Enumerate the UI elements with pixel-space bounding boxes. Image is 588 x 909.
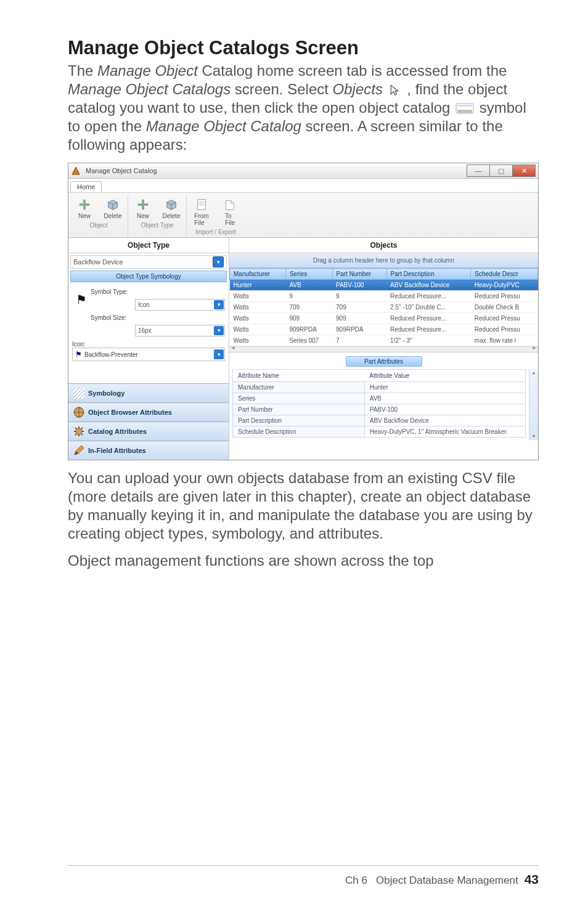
cell: Reduced Pressure...: [386, 324, 471, 335]
plus-icon: [76, 197, 92, 213]
table-row[interactable]: Hunter AVB PABV-100 ABV Backflow Device …: [230, 280, 538, 291]
tab-home[interactable]: Home: [70, 181, 102, 192]
cursor-icon: [388, 82, 402, 94]
horizontal-scrollbar[interactable]: [229, 346, 538, 352]
label: New: [78, 213, 91, 219]
label: Delete: [104, 213, 122, 219]
plus-icon: [135, 197, 151, 213]
cell: Reduced Pressu: [471, 291, 538, 302]
cell: Reduced Pressure...: [386, 291, 471, 302]
app-icon: [71, 166, 81, 176]
attr-row[interactable]: ManufacturerHunter: [233, 382, 526, 393]
footer-rule: [68, 865, 539, 866]
cell: 2.5" -10" Double C...: [386, 302, 471, 313]
label: From File: [194, 213, 208, 226]
dropdown-icon[interactable]: ▾: [214, 349, 224, 359]
grid-header-row[interactable]: Manufacturer Series Part Number Part Des…: [230, 269, 538, 280]
part-attributes-header: Part Attributes: [346, 356, 422, 367]
cell: Reduced Pressu: [471, 324, 538, 335]
new-object-button[interactable]: New: [71, 195, 98, 221]
open-catalog-icon: [455, 100, 474, 113]
col-manufacturer[interactable]: Manufacturer: [230, 269, 286, 280]
object-type-select[interactable]: Backflow Device ▾: [70, 255, 227, 269]
attr-row[interactable]: SeriesAVB: [233, 393, 526, 404]
cell: Reduced Pressu: [471, 313, 538, 324]
svg-rect-7: [198, 200, 206, 210]
import-from-file-button[interactable]: From File: [188, 195, 215, 227]
svg-rect-6: [138, 203, 149, 206]
attr-row[interactable]: Part NumberPABV-100: [233, 404, 526, 415]
nav-catalog-attributes[interactable]: Catalog Attributes: [68, 422, 229, 441]
right-panel: Objects Drag a column header here to gro…: [229, 238, 538, 460]
paragraph-3: Object management functions are shown ac…: [68, 552, 539, 570]
nav-object-browser-attributes[interactable]: Object Browser Attributes: [68, 402, 229, 422]
cell: AVB: [285, 280, 332, 291]
label: In-Field Attributes: [88, 447, 146, 454]
attr-row[interactable]: Schedule DescriptionHeavy-DutyPVC, 1" At…: [233, 426, 526, 438]
delete-object-button[interactable]: Delete: [99, 195, 126, 221]
part-attributes-table[interactable]: Attribute Name Attribute Value Manufactu…: [232, 369, 526, 438]
cell: ABV Backflow Device: [386, 280, 471, 291]
icon-select[interactable]: ⚑ Backflow-Preventer ▾: [72, 348, 225, 361]
export-to-file-button[interactable]: To File: [216, 195, 243, 227]
txt-em: Manage Object Catalogs: [68, 81, 231, 97]
col-series[interactable]: Series: [285, 269, 332, 280]
symbol-size-select[interactable]: 16px▾: [135, 325, 225, 336]
svg-rect-2: [457, 105, 472, 107]
objects-grid[interactable]: Manufacturer Series Part Number Part Des…: [229, 268, 538, 353]
txt: The: [68, 62, 97, 79]
flag-icon: ⚑: [75, 350, 82, 359]
hatch-icon: [73, 388, 84, 399]
icon-label: Icon:: [72, 341, 225, 348]
attr-name: Schedule Description: [233, 426, 365, 438]
cell: PABV-100: [332, 280, 386, 291]
cell: 1/2" - 3": [386, 335, 471, 346]
symbology-body: ⚑ Symbol Type: Icon▾ Symbol Size:: [68, 282, 229, 340]
group-hint[interactable]: Drag a column header here to group by th…: [229, 253, 538, 268]
new-object-type-button[interactable]: New: [129, 195, 157, 221]
table-row[interactable]: Watts99Reduced Pressure...Reduced Pressu: [230, 291, 538, 302]
label: Object Browser Attributes: [88, 409, 172, 416]
nav-in-field-attributes[interactable]: In-Field Attributes: [68, 441, 229, 460]
left-panel: Object Type Backflow Device ▾ Object Typ…: [68, 238, 229, 460]
footer-page: 43: [525, 872, 539, 886]
delete-object-type-button[interactable]: Delete: [158, 195, 185, 221]
cell: 909RPDA: [332, 324, 386, 335]
table-row[interactable]: Watts7097092.5" -10" Double C...Double C…: [230, 302, 538, 313]
txt-em: Manage Object Catalog: [146, 118, 301, 134]
icon-block: Icon: ⚑ Backflow-Preventer ▾: [68, 340, 229, 362]
maximize-button[interactable]: ▢: [489, 165, 513, 177]
vertical-scrollbar[interactable]: ▴ ▾: [529, 369, 538, 440]
dropdown-icon[interactable]: ▾: [214, 326, 224, 335]
svg-rect-8: [73, 388, 84, 399]
nav-symbology[interactable]: Symbology: [68, 383, 229, 402]
minimize-button[interactable]: —: [467, 165, 490, 177]
icon-value: Backflow-Preventer: [84, 351, 138, 358]
table-row[interactable]: Watts909RPDA909RPDAReduced Pressure...Re…: [230, 324, 538, 335]
svg-rect-4: [80, 203, 90, 206]
gear-icon: [73, 426, 84, 437]
cell: 7: [332, 335, 386, 346]
close-button[interactable]: ✕: [512, 165, 536, 177]
table-row[interactable]: WattsSeries 00771/2" - 3"max. flow rate …: [230, 335, 538, 346]
attr-value: PABV-100: [364, 404, 525, 415]
dropdown-icon[interactable]: ▾: [213, 256, 224, 267]
cell: Series 007: [285, 335, 332, 346]
attr-row[interactable]: Part DescriptionABV Backflow Device: [233, 415, 526, 426]
svg-line-15: [75, 428, 76, 429]
col-part-description[interactable]: Part Description: [386, 269, 471, 280]
page-footer: Ch 6 Object Database Management43: [345, 872, 539, 887]
table-row[interactable]: Watts909909Reduced Pressure...Reduced Pr…: [230, 313, 538, 324]
attr-value: Heavy-DutyPVC, 1" Atmospheric Vacuum Bre…: [364, 426, 525, 438]
attr-name: Manufacturer: [233, 382, 365, 393]
label: Delete: [163, 213, 181, 219]
label: Symbology: [88, 389, 125, 397]
ribbon-group-import-export: From File To File Import / Export: [187, 195, 245, 237]
dropdown-icon[interactable]: ▾: [214, 300, 224, 309]
symbol-size-label: Symbol Size:: [91, 314, 135, 321]
col-schedule-descr[interactable]: Schedule Descr: [471, 269, 538, 280]
col-part-number[interactable]: Part Number: [332, 269, 386, 280]
footer-title: Object Database Management: [376, 874, 518, 886]
svg-line-17: [75, 434, 76, 435]
symbol-type-select[interactable]: Icon▾: [135, 299, 225, 311]
